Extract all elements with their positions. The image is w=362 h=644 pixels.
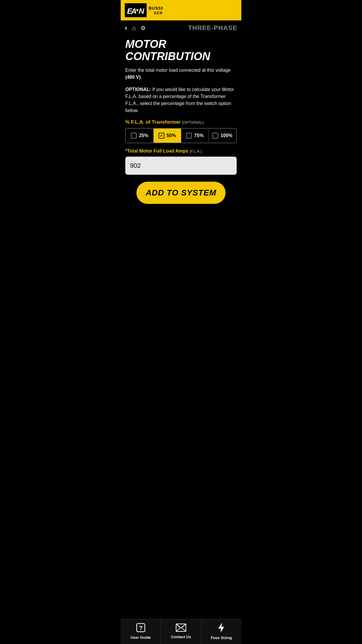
svg-text:SERIES: SERIES: [154, 11, 163, 15]
eaton-logo: E A N BUSSMANN SERIES: [125, 3, 163, 17]
checkbox-100[interactable]: [212, 133, 218, 139]
fla-label-75: 75%: [194, 133, 203, 138]
fla-field-section: *Total Motor Full Load Amps (F.L.A.): [125, 148, 237, 175]
fla-selector-section: % F.L.A. of Transformer (OPTIONAL) 25% ✓…: [125, 119, 237, 143]
navbar-left: ‹ ⌂ ⚙: [125, 23, 146, 32]
fla-option-100[interactable]: 100%: [209, 129, 236, 143]
checkbox-50[interactable]: ✓: [159, 133, 164, 139]
description-text: Enter the total motor load connected at …: [125, 67, 237, 81]
svg-text:A: A: [131, 7, 137, 15]
fla-label-25: 25%: [139, 133, 148, 138]
checkbox-25[interactable]: [131, 133, 137, 139]
settings-button[interactable]: ⚙: [140, 24, 146, 32]
fla-option-50[interactable]: ✓ 50%: [154, 129, 181, 143]
fla-selector-label: % F.L.A. of Transformer (OPTIONAL): [125, 119, 237, 125]
back-button[interactable]: ‹: [125, 23, 127, 32]
svg-text:N: N: [139, 7, 145, 15]
fla-label-100: 100%: [221, 133, 233, 138]
fla-input[interactable]: [125, 157, 237, 175]
checkbox-75[interactable]: [186, 133, 192, 139]
fla-checkbox-group: 25% ✓ 50% 75% 100%: [125, 128, 237, 143]
fla-field-label: *Total Motor Full Load Amps (F.L.A.): [125, 148, 237, 154]
fla-label-50: 50%: [167, 133, 176, 138]
logo-area: E A N BUSSMANN SERIES: [125, 3, 163, 17]
svg-text:BUSSMANN: BUSSMANN: [149, 6, 163, 10]
app-header: E A N BUSSMANN SERIES: [121, 0, 241, 20]
home-button[interactable]: ⌂: [132, 24, 136, 32]
optional-description: OPTIONAL: If you would like to calculate…: [125, 86, 237, 114]
add-to-system-button[interactable]: ADD TO SYSTEM: [136, 182, 226, 204]
page-label: THREE-PHASE: [188, 24, 237, 32]
svg-point-3: [136, 9, 138, 11]
navbar: ‹ ⌂ ⚙ THREE-PHASE: [121, 20, 241, 35]
fla-option-75[interactable]: 75%: [181, 129, 209, 143]
main-content: MOTOR CONTRIBUTION Enter the total motor…: [121, 35, 241, 233]
page-title: MOTOR CONTRIBUTION: [125, 38, 237, 63]
fla-option-25[interactable]: 25%: [126, 129, 154, 143]
